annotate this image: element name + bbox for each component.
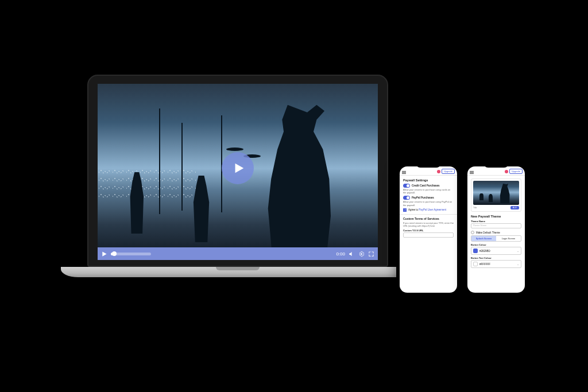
play-small-button[interactable] (101, 251, 107, 257)
paypal-desc: Allow your viewers to purchase using Pay… (403, 200, 454, 206)
app-header: Upgrade (467, 166, 525, 176)
default-theme-row: Make Default Theme (471, 231, 521, 234)
paypal-toggle[interactable] (403, 196, 410, 200)
cymbal (226, 148, 243, 151)
play-icon (233, 162, 245, 174)
phone-body: Paywall Settings Credit Card Purchases A… (400, 176, 457, 240)
button-colour-value: #2829BD (479, 250, 490, 253)
volume-button[interactable] (349, 251, 355, 257)
laptop-hinge-notch (216, 267, 260, 270)
silhouette (260, 105, 339, 253)
phone-notch (483, 163, 509, 168)
svg-marker-1 (102, 251, 106, 256)
agree-checkbox[interactable]: ✓ (403, 208, 407, 212)
paywall-preview-card: Title BUY (471, 178, 521, 212)
chevron-down-icon: ⌄ (517, 262, 519, 266)
preview-row: Title BUY (473, 206, 519, 209)
video-player: 0:00 (98, 84, 378, 260)
time-display: 0:00 (336, 251, 345, 257)
credit-card-toggle-row: Credit Card Purchases (403, 184, 454, 188)
app-header: Upgrade (400, 166, 457, 176)
tos-desc: If you need viewers to accept your TOS, … (403, 222, 454, 227)
divider (400, 214, 457, 215)
phone-screen: Upgrade Paywall Settings Credit Card Pur… (400, 166, 457, 293)
button-colour-picker[interactable]: #2829BD ⌄ (471, 247, 521, 255)
paypal-label: PayPal Purchases (412, 196, 434, 199)
upgrade-button[interactable]: Upgrade (509, 169, 523, 174)
colour-swatch (473, 249, 478, 253)
screen-tabs: Splash Screen Login Screen (471, 235, 521, 242)
mic-stand (181, 123, 183, 211)
credit-card-desc: Allow your viewers to purchase using car… (403, 188, 454, 194)
chevron-down-icon: ⌄ (517, 249, 519, 253)
theme-name-label: Theme Name (471, 220, 521, 223)
laptop-mockup: 0:00 (87, 75, 388, 277)
tos-url-label: Custom T.O.S URL (403, 229, 454, 232)
phone-screen: Upgrade Title BUY New Paywall Theme Them… (467, 166, 525, 293)
menu-icon[interactable] (470, 171, 474, 174)
seek-thumb[interactable] (112, 251, 117, 256)
tos-title: Custom Terms of Services (403, 217, 454, 220)
fullscreen-button[interactable] (368, 251, 374, 257)
new-theme-title: New Paywall Theme (471, 215, 521, 218)
video-controls: 0:00 (98, 247, 378, 260)
button-text-colour-value: #FFFFFF (479, 263, 490, 266)
agree-text: Agree to PayPal User Agreement (408, 208, 446, 211)
phone-notch (416, 163, 441, 168)
preview-title-label: Title (473, 207, 477, 209)
play-button[interactable] (222, 152, 254, 184)
theme-name-input[interactable]: Theme Name (471, 223, 521, 228)
default-theme-label: Make Default Theme (476, 231, 500, 234)
button-colour-label: Button Colour (471, 243, 521, 246)
laptop-base (61, 267, 415, 277)
seek-bar[interactable] (111, 253, 151, 255)
paypal-toggle-row: PayPal Purchases (403, 196, 454, 200)
paywall-settings-title: Paywall Settings (403, 178, 454, 182)
phone-body: Title BUY New Paywall Theme Theme Name T… (467, 176, 525, 271)
tab-login[interactable]: Login Screen (496, 236, 521, 241)
header-actions: Upgrade (437, 169, 455, 174)
settings-button[interactable] (358, 251, 365, 257)
crowd-lights (98, 168, 196, 198)
header-actions: Upgrade (505, 169, 523, 174)
laptop-frame: 0:00 (87, 75, 388, 267)
tab-splash[interactable]: Splash Screen (471, 236, 496, 241)
credit-card-toggle[interactable] (403, 184, 410, 188)
svg-point-2 (361, 253, 362, 255)
phone-mockup-settings: Upgrade Paywall Settings Credit Card Pur… (396, 163, 461, 296)
colour-swatch (473, 262, 478, 266)
mic-stand (159, 108, 160, 214)
agree-prefix: Agree to (408, 208, 419, 211)
paypal-agreement-link[interactable]: PayPal User Agreement (419, 208, 446, 211)
agree-row: ✓ Agree to PayPal User Agreement (403, 208, 454, 212)
phone-mockup-theme: Upgrade Title BUY New Paywall Theme Them… (464, 163, 528, 296)
tos-url-input[interactable] (403, 232, 454, 238)
notification-badge[interactable] (505, 170, 508, 173)
upgrade-button[interactable]: Upgrade (442, 169, 455, 174)
credit-card-label: Credit Card Purchases (412, 184, 440, 187)
button-text-colour-label: Button Text Colour (471, 257, 521, 259)
menu-icon[interactable] (402, 171, 406, 174)
preview-thumbnail (473, 181, 519, 205)
default-theme-radio[interactable] (471, 231, 474, 234)
preview-buy-button[interactable]: BUY (510, 206, 519, 209)
notification-badge[interactable] (437, 170, 440, 173)
svg-marker-0 (235, 164, 244, 173)
button-text-colour-picker[interactable]: #FFFFFF ⌄ (471, 260, 521, 268)
